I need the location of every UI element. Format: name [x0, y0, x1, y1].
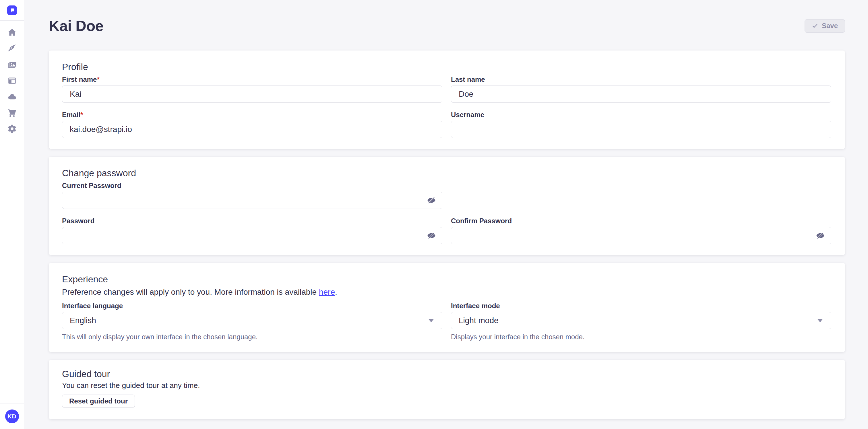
interface-language-label: Interface language [62, 302, 442, 309]
sidebar-item-content-type-builder[interactable] [0, 73, 24, 89]
experience-description: Preference changes will apply only to yo… [62, 288, 831, 297]
confirm-password-input-wrap [451, 227, 831, 244]
main-content: Kai Doe Save Profile First name* Last na… [24, 0, 868, 429]
eye-off-icon [427, 231, 436, 240]
layout-icon [7, 76, 17, 86]
current-password-input[interactable] [62, 192, 442, 209]
sidebar-item-content-manager[interactable] [0, 40, 24, 57]
toggle-confirm-password-visibility-button[interactable] [815, 230, 826, 241]
interface-language-value: English [70, 316, 96, 325]
experience-description-period: . [335, 288, 337, 296]
first-name-field: First name* [62, 76, 442, 103]
required-asterisk: * [81, 111, 83, 119]
email-label-text: Email [62, 111, 81, 119]
experience-description-text: Preference changes will apply only to yo… [62, 288, 319, 296]
last-name-label: Last name [451, 76, 831, 83]
profile-card: Profile First name* Last name Email* Use… [49, 51, 845, 149]
last-name-field: Last name [451, 76, 831, 103]
interface-mode-field: Interface mode Light mode Displays your … [451, 302, 831, 341]
sidebar-item-home[interactable] [0, 24, 24, 40]
eye-off-icon [427, 196, 436, 205]
sidebar-nav [0, 24, 24, 137]
images-icon [7, 60, 17, 69]
username-input[interactable] [451, 121, 831, 138]
toggle-password-visibility-button[interactable] [426, 230, 437, 241]
check-icon [812, 23, 818, 29]
interface-language-field: Interface language English This will onl… [62, 302, 442, 341]
password-field: Password [62, 218, 442, 244]
guided-tour-card: Guided tour You can reset the guided tou… [49, 360, 845, 419]
guided-tour-description: You can reset the guided tour at any tim… [62, 382, 831, 390]
strapi-logo-glyph [9, 7, 15, 13]
chevron-down-icon [817, 319, 823, 322]
email-input[interactable] [62, 121, 442, 138]
save-button-label: Save [822, 22, 838, 30]
confirm-password-input[interactable] [451, 227, 831, 244]
cart-icon [7, 108, 17, 118]
interface-mode-label: Interface mode [451, 302, 831, 309]
email-label: Email* [62, 111, 442, 118]
content: Profile First name* Last name Email* Use… [49, 51, 845, 429]
strapi-logo [7, 5, 17, 15]
home-icon [7, 28, 17, 37]
first-name-label-text: First name [62, 75, 97, 83]
sidebar-item-settings[interactable] [0, 121, 24, 137]
profile-section-title: Profile [62, 62, 831, 72]
interface-mode-select[interactable]: Light mode [451, 312, 831, 329]
password-input[interactable] [62, 227, 442, 244]
change-password-card: Change password Current Password [49, 157, 845, 255]
password-input-wrap [62, 227, 442, 244]
confirm-password-label: Confirm Password [451, 218, 831, 224]
more-information-link[interactable]: here [319, 288, 335, 296]
page-header: Kai Doe Save [49, 19, 845, 33]
experience-card: Experience Preference changes will apply… [49, 263, 845, 352]
experience-section-title: Experience [62, 274, 831, 285]
last-name-input[interactable] [451, 86, 831, 103]
logo-area [0, 0, 24, 21]
sidebar-item-marketplace[interactable] [0, 105, 24, 121]
experience-fields: Interface language English This will onl… [62, 302, 831, 341]
change-password-section-title: Change password [62, 168, 831, 178]
interface-language-select[interactable]: English [62, 312, 442, 329]
sidebar: KD [0, 0, 24, 429]
eye-off-icon [816, 231, 825, 240]
page-title: Kai Doe [49, 19, 103, 33]
gear-icon [7, 124, 17, 134]
sidebar-item-deploy[interactable] [0, 89, 24, 105]
sidebar-footer: KD [0, 403, 24, 429]
chevron-down-icon [428, 319, 434, 322]
current-password-input-wrap [62, 192, 442, 209]
required-asterisk: * [97, 75, 99, 83]
feather-icon [7, 44, 17, 54]
change-password-fields: Current Password Password [62, 182, 831, 244]
email-field: Email* [62, 111, 442, 138]
current-password-field: Current Password [62, 182, 442, 209]
reset-guided-tour-button[interactable]: Reset guided tour [62, 395, 135, 408]
interface-mode-value: Light mode [459, 316, 499, 325]
profile-fields: First name* Last name Email* Username [62, 76, 831, 138]
toggle-current-password-visibility-button[interactable] [426, 195, 437, 205]
interface-mode-hint: Displays your interface in the chosen mo… [451, 333, 831, 341]
interface-language-hint: This will only display your own interfac… [62, 333, 442, 341]
first-name-input[interactable] [62, 86, 442, 103]
save-button[interactable]: Save [805, 19, 845, 33]
username-label: Username [451, 111, 831, 118]
username-field: Username [451, 111, 831, 138]
password-label: Password [62, 218, 442, 224]
cloud-icon [7, 92, 17, 102]
sidebar-item-media-library[interactable] [0, 57, 24, 73]
user-avatar[interactable]: KD [5, 409, 19, 423]
first-name-label: First name* [62, 76, 442, 83]
current-password-label: Current Password [62, 182, 442, 189]
confirm-password-field: Confirm Password [451, 218, 831, 244]
guided-tour-section-title: Guided tour [62, 369, 831, 379]
